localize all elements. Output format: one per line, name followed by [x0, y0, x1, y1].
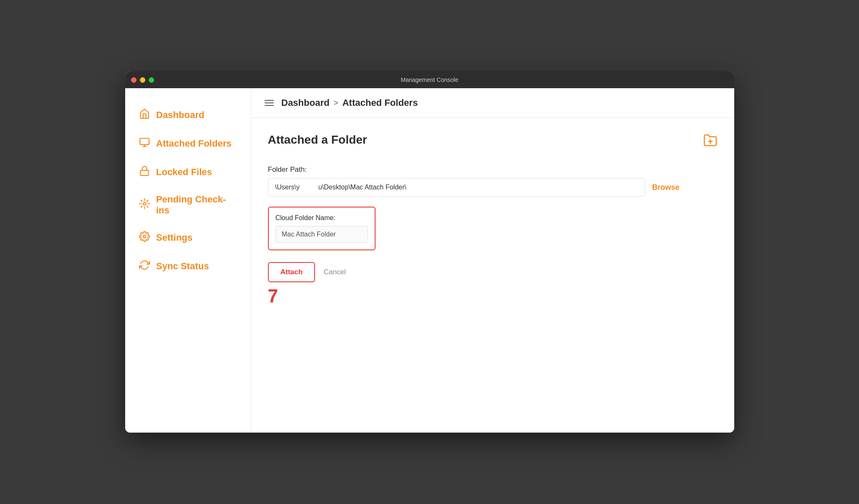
page-header: Attached a Folder [268, 133, 717, 150]
breadcrumb: Dashboard > Attached Folders [281, 97, 418, 108]
settings-icon [139, 231, 150, 244]
folder-path-group: Folder Path: Browse [268, 165, 680, 197]
sidebar-item-attached-folders[interactable]: Attached Folders [125, 129, 251, 158]
cloud-folder-group: Cloud Folder Name: [268, 207, 680, 250]
action-buttons: Attach Cancel [268, 262, 680, 282]
sidebar-item-label-pending-checkins: Pending Check-ins [156, 194, 237, 216]
step-number: 7 [268, 286, 680, 307]
sidebar-item-sync-status[interactable]: Sync Status [125, 252, 251, 281]
cloud-folder-name-input[interactable] [276, 226, 368, 243]
sidebar-item-label-sync-status: Sync Status [156, 261, 209, 272]
app-window: Management Console Dashboard [125, 71, 734, 433]
page-content: Attached a Folder Folder Path: [251, 118, 734, 433]
cloud-folder-box: Cloud Folder Name: [268, 207, 376, 250]
folder-path-label: Folder Path: [268, 165, 680, 174]
titlebar: Management Console [125, 71, 734, 88]
main-content: Dashboard > Attached Folders Attached a … [251, 88, 734, 433]
breadcrumb-parent: Dashboard [281, 97, 330, 108]
svg-point-5 [143, 235, 146, 238]
folder-path-row: Browse [268, 178, 680, 197]
svg-rect-0 [140, 138, 149, 144]
browse-button[interactable]: Browse [652, 183, 679, 192]
sidebar-item-pending-checkins[interactable]: Pending Check-ins [125, 186, 251, 223]
window-controls [131, 77, 154, 83]
folder-icon-button[interactable] [703, 133, 717, 150]
folder-path-input[interactable] [268, 178, 646, 197]
page-title: Attached a Folder [268, 133, 367, 147]
maximize-button[interactable] [149, 77, 154, 83]
form-section: Folder Path: Browse Cloud Folder Name: [268, 165, 680, 307]
sidebar-item-settings[interactable]: Settings [125, 223, 251, 252]
sidebar-item-label-attached-folders: Attached Folders [156, 138, 232, 149]
attached-folders-icon [139, 137, 150, 150]
app-body: Dashboard Attached Folders [125, 88, 734, 433]
minimize-button[interactable] [140, 77, 145, 83]
home-icon [139, 108, 150, 122]
sidebar-item-dashboard[interactable]: Dashboard [125, 101, 251, 129]
titlebar-title: Management Console [401, 76, 458, 83]
sidebar-item-locked-files[interactable]: Locked Files [125, 158, 251, 186]
attach-button[interactable]: Attach [268, 262, 315, 282]
hamburger-menu[interactable] [265, 100, 274, 106]
sidebar-item-label-dashboard: Dashboard [156, 110, 205, 121]
hamburger-line-3 [265, 105, 274, 106]
breadcrumb-separator: > [334, 99, 338, 108]
lock-icon [139, 165, 150, 179]
sidebar: Dashboard Attached Folders [125, 88, 251, 433]
cloud-folder-label: Cloud Folder Name: [276, 214, 368, 222]
sidebar-item-label-settings: Settings [156, 232, 193, 243]
hamburger-line-1 [265, 100, 274, 101]
pending-checkins-icon [139, 198, 150, 212]
close-button[interactable] [131, 77, 137, 83]
topbar: Dashboard > Attached Folders [251, 88, 734, 118]
svg-rect-3 [140, 171, 149, 176]
cancel-button[interactable]: Cancel [323, 268, 346, 276]
hamburger-line-2 [265, 102, 274, 103]
svg-point-4 [143, 202, 146, 205]
breadcrumb-current: Attached Folders [342, 97, 418, 108]
sidebar-item-label-locked-files: Locked Files [156, 167, 212, 178]
sync-icon [139, 260, 150, 273]
